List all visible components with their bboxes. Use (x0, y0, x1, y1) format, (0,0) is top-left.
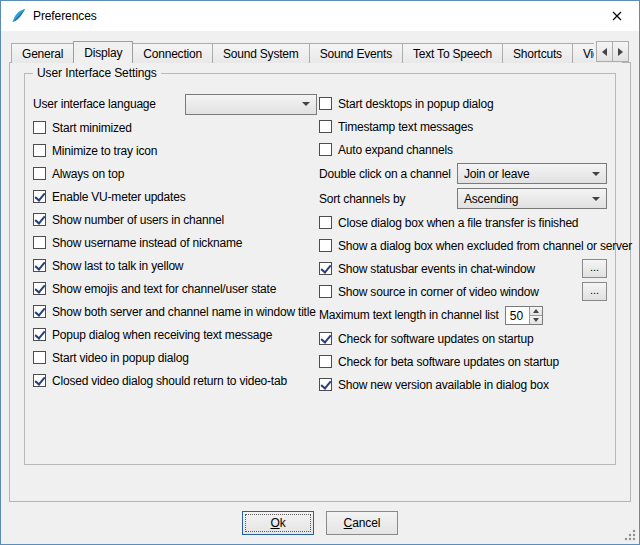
checkbox[interactable] (319, 120, 332, 133)
checkbox-row[interactable]: Check for beta software updates on start… (319, 350, 607, 373)
checkbox-label[interactable]: Check for software updates on startup (338, 332, 533, 346)
spin-up-button[interactable] (530, 307, 542, 316)
statusbar-events-row[interactable]: Show statusbar events in chat-window ... (319, 257, 607, 280)
checkbox-label[interactable]: Popup dialog when receiving text message (52, 328, 272, 342)
checkbox[interactable] (33, 351, 46, 364)
checkbox[interactable] (33, 144, 46, 157)
checkbox-row[interactable]: Show username instead of nickname (33, 231, 317, 254)
checkbox-row[interactable]: Start video in popup dialog (33, 346, 317, 369)
checkbox-label[interactable]: Check for beta software updates on start… (338, 355, 559, 369)
tab-label: Sound Events (320, 47, 392, 61)
checkbox[interactable] (33, 259, 46, 272)
checkbox[interactable] (319, 239, 332, 252)
language-row: User interface language (33, 92, 317, 116)
checkbox[interactable] (319, 378, 332, 391)
checkbox-label[interactable]: Enable VU-meter updates (52, 190, 185, 204)
preferences-dialog: Preferences General Display Connection S… (0, 0, 640, 545)
left-column: User interface language Start minimized … (33, 92, 317, 396)
sort-channels-select[interactable]: Ascending (457, 188, 607, 209)
ok-button[interactable]: Ok (242, 511, 314, 535)
checkbox-row[interactable]: Always on top (33, 162, 317, 185)
checkbox-label[interactable]: Close dialog box when a file transfer is… (338, 216, 578, 230)
close-button[interactable] (594, 1, 639, 31)
checkbox-label[interactable]: Show new version available in dialog box (338, 378, 549, 392)
cancel-button[interactable]: Cancel (326, 511, 398, 535)
checkbox-label[interactable]: Minimize to tray icon (52, 144, 157, 158)
checkbox-label[interactable]: Show username instead of nickname (52, 236, 242, 250)
language-label: User interface language (33, 97, 156, 111)
checkbox[interactable] (33, 374, 46, 387)
checkbox-row[interactable]: Start desktops in popup dialog (319, 92, 607, 115)
checkbox-label[interactable]: Show number of users in channel (52, 213, 224, 227)
tab[interactable]: Text To Speech (402, 43, 503, 63)
tab-scroll-left-button[interactable] (596, 41, 613, 62)
tab-scroll-right-button[interactable] (612, 41, 629, 62)
checkbox-label[interactable]: Always on top (52, 167, 124, 181)
double-click-select[interactable]: Join or leave (457, 163, 607, 184)
video-source-row[interactable]: Show source in corner of video window ..… (319, 280, 607, 303)
max-text-length-spinner[interactable]: 50 (505, 306, 543, 325)
checkbox-row[interactable]: Auto expand channels (319, 138, 607, 161)
checkbox-row[interactable]: Closed video dialog should return to vid… (33, 369, 317, 392)
checkbox-label[interactable]: Show source in corner of video window (338, 285, 539, 299)
resize-grip[interactable] (623, 528, 637, 542)
language-select[interactable] (185, 94, 317, 115)
checkbox-row[interactable]: Show new version available in dialog box (319, 373, 607, 396)
checkbox[interactable] (33, 305, 46, 318)
statusbar-events-more-button[interactable]: ... (582, 259, 607, 278)
checkbox-row[interactable]: Show both server and channel name in win… (33, 300, 317, 323)
checkbox-label[interactable]: Show a dialog box when excluded from cha… (338, 239, 632, 253)
checkbox-row[interactable]: Start minimized (33, 116, 317, 139)
checkbox-label[interactable]: Start desktops in popup dialog (338, 97, 493, 111)
checkbox[interactable] (33, 190, 46, 203)
chevron-down-icon (592, 197, 600, 201)
checkbox[interactable] (319, 332, 332, 345)
checkbox-row[interactable]: Show a dialog box when excluded from cha… (319, 234, 607, 257)
video-source-more-button[interactable]: ... (582, 282, 607, 301)
checkbox-label[interactable]: Start video in popup dialog (52, 351, 189, 365)
checkbox[interactable] (319, 216, 332, 229)
checkbox[interactable] (33, 282, 46, 295)
checkbox-row[interactable]: Show emojis and text for channel/user st… (33, 277, 317, 300)
checkbox-row[interactable]: Popup dialog when receiving text message (33, 323, 317, 346)
checkbox-row[interactable]: Timestamp text messages (319, 115, 607, 138)
checkbox-row[interactable]: Minimize to tray icon (33, 139, 317, 162)
checkbox-label[interactable]: Start minimized (52, 121, 132, 135)
checkbox[interactable] (319, 285, 332, 298)
checkbox-label[interactable]: Show statusbar events in chat-window (338, 262, 535, 276)
tab[interactable]: Connection (132, 43, 213, 63)
checkbox-label[interactable]: Closed video dialog should return to vid… (52, 374, 287, 388)
checkbox-label[interactable]: Auto expand channels (338, 143, 453, 157)
checkbox[interactable] (33, 167, 46, 180)
checkbox-row[interactable]: Check for software updates on startup (319, 327, 607, 350)
checkbox[interactable] (319, 355, 332, 368)
tab-scroll-control (594, 41, 629, 62)
tab[interactable]: Sound System (212, 43, 310, 63)
checkbox-row[interactable]: Show last to talk in yellow (33, 254, 317, 277)
spin-down-button[interactable] (530, 316, 542, 324)
tab[interactable]: General (11, 43, 74, 63)
checkbox[interactable] (319, 97, 332, 110)
checkbox[interactable] (33, 236, 46, 249)
checkbox-label[interactable]: Show emojis and text for channel/user st… (52, 282, 276, 296)
checkbox-row[interactable]: Enable VU-meter updates (33, 185, 317, 208)
tab[interactable]: Display (73, 41, 133, 63)
checkbox[interactable] (319, 143, 332, 156)
tab-bar: General Display Connection Sound System … (11, 40, 629, 63)
checkbox-label[interactable]: Timestamp text messages (338, 120, 473, 134)
checkbox-row[interactable]: Show number of users in channel (33, 208, 317, 231)
button-row: Ok Cancel (1, 511, 639, 535)
checkbox-row[interactable]: Close dialog box when a file transfer is… (319, 211, 607, 234)
display-tab-page: User Interface Settings User interface l… (9, 62, 631, 502)
checkbox[interactable] (33, 121, 46, 134)
checkbox[interactable] (33, 213, 46, 226)
checkbox-label[interactable]: Show last to talk in yellow (52, 259, 183, 273)
double-click-label: Double click on a channel (319, 167, 451, 181)
checkbox[interactable] (319, 262, 332, 275)
tab[interactable]: Sound Events (309, 43, 403, 63)
checkbox[interactable] (33, 328, 46, 341)
tab-label: General (22, 47, 63, 61)
titlebar[interactable]: Preferences (1, 1, 639, 31)
checkbox-label[interactable]: Show both server and channel name in win… (52, 305, 316, 319)
tab[interactable]: Shortcuts (502, 43, 573, 63)
